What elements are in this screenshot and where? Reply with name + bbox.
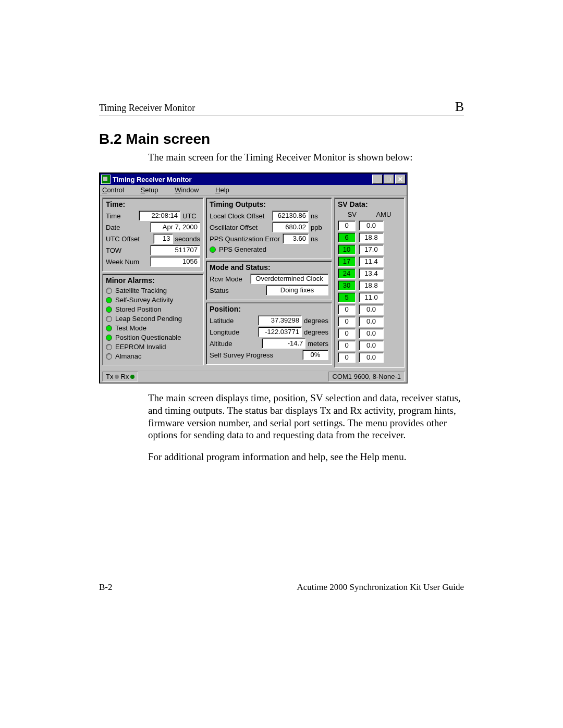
alarms-title: Minor Alarms: (106, 276, 200, 285)
led-icon (106, 306, 112, 313)
status-bar: Tx Rx COM1 9600, 8-None-1 (100, 370, 407, 382)
sv-panel: SV Data: SVAMU 00.0618.81017.01711.42413… (334, 198, 405, 368)
alarm-item: Test Mode (106, 324, 200, 332)
alarm-label: Self-Survey Activity (115, 296, 173, 304)
sv-amu: 11.4 (359, 256, 384, 267)
sv-number: 17 (338, 256, 356, 267)
sv-row: 618.8 (338, 232, 401, 243)
alarms-panel: Minor Alarms: Satellite TrackingSelf-Sur… (102, 274, 204, 365)
alarm-item: Position Questionable (106, 334, 200, 341)
sv-amu: 18.8 (359, 280, 384, 291)
pps-qerr: 3.60 (283, 233, 309, 244)
alarm-item: EEPROM Invalid (106, 343, 200, 351)
outputs-panel: Timing Outputs: Local Clock Offset62130.… (206, 198, 332, 258)
sv-amu: 0.0 (359, 328, 384, 339)
rcvr-mode: Overdetermined Clock (250, 274, 328, 284)
sv-number: 10 (338, 244, 356, 255)
rcvr-status: Doing fixes (266, 285, 328, 295)
app-window: Timing Receiver Monitor _ □ ✕ Control Se… (99, 172, 408, 384)
led-icon (106, 335, 112, 341)
local-clock-offset: 62130.86 (272, 211, 309, 221)
body-para-2: For additional program information and h… (148, 451, 464, 463)
sv-number: 0 (338, 328, 356, 339)
sv-number: 0 (338, 340, 356, 351)
position-title: Position: (210, 305, 328, 313)
alarm-label: Almanac (115, 352, 142, 360)
alarm-label: Satellite Tracking (115, 287, 167, 294)
sv-number: 0 (338, 316, 356, 327)
sv-row: 00.0 (338, 352, 401, 363)
sv-row: 00.0 (338, 340, 401, 351)
close-button[interactable]: ✕ (395, 175, 406, 184)
position-panel: Position: Latitude37.39298degrees Longit… (206, 302, 332, 365)
sv-number: 30 (338, 280, 356, 291)
time-value: 22:08:14 (139, 211, 180, 221)
sv-row: 00.0 (338, 304, 401, 315)
intro-text: The main screen for the Timing Receiver … (148, 152, 464, 163)
alarm-item: Almanac (106, 352, 200, 360)
sv-number: 0 (338, 304, 356, 315)
led-icon (106, 316, 112, 322)
sv-row: 00.0 (338, 220, 401, 231)
pps-generated-label: PPS Generated (219, 245, 266, 253)
header-left: Timing Receiver Monitor (99, 103, 195, 114)
footer-right: Acutime 2000 Synchronization Kit User Gu… (297, 582, 464, 593)
alarm-label: Stored Position (115, 305, 161, 313)
sv-title: SV Data: (338, 200, 401, 208)
sv-number: 5 (338, 292, 356, 303)
sv-row: 511.0 (338, 292, 401, 303)
latitude: 37.39298 (258, 315, 302, 326)
menu-help[interactable]: Help (215, 186, 237, 194)
running-header: Timing Receiver Monitor B (99, 99, 464, 116)
altitude: -14.7 (262, 338, 305, 349)
outputs-title: Timing Outputs: (210, 200, 328, 208)
sv-number: 0 (338, 220, 356, 231)
sv-row: 2413.4 (338, 268, 401, 279)
menu-control[interactable]: Control (102, 186, 131, 194)
sv-amu: 13.4 (359, 268, 384, 279)
alarm-item: Leap Second Pending (106, 315, 200, 323)
led-icon (106, 325, 112, 331)
app-icon[interactable] (101, 175, 111, 184)
alarm-item: Stored Position (106, 305, 200, 313)
alarm-item: Self-Survey Activity (106, 296, 200, 304)
led-icon (106, 297, 112, 303)
alarm-label: EEPROM Invalid (115, 343, 166, 351)
sv-amu: 0.0 (359, 340, 384, 351)
minimize-button[interactable]: _ (372, 175, 383, 184)
tow-value: 511707 (150, 245, 200, 255)
txrx-indicator: Tx Rx (102, 372, 138, 381)
section-title: B.2 Main screen (99, 131, 464, 147)
tx-led-icon (115, 375, 119, 379)
sv-number: 24 (338, 268, 356, 279)
rx-led-icon (130, 375, 134, 379)
led-icon (106, 288, 112, 294)
led-icon (106, 353, 112, 360)
menu-setup[interactable]: Setup (141, 186, 166, 194)
sv-row: 1017.0 (338, 244, 401, 255)
time-panel: Time: Time22:08:14UTC DateApr 7, 2000 UT… (102, 198, 204, 272)
title-bar[interactable]: Timing Receiver Monitor _ □ ✕ (100, 174, 407, 185)
menu-window[interactable]: Window (175, 186, 206, 194)
page-footer: B-2 Acutime 2000 Synchronization Kit Use… (99, 582, 464, 593)
led-icon (106, 344, 112, 350)
alarm-label: Position Questionable (115, 334, 181, 341)
sv-row: 3018.8 (338, 280, 401, 291)
maximize-button[interactable]: □ (384, 175, 394, 184)
menu-bar: Control Setup Window Help (100, 185, 407, 195)
mode-title: Mode and Status: (210, 263, 328, 272)
time-title: Time: (106, 200, 200, 208)
alarm-label: Leap Second Pending (115, 315, 182, 323)
sv-amu: 17.0 (359, 244, 384, 255)
sv-amu: 18.8 (359, 232, 384, 243)
pps-led-icon (210, 246, 216, 253)
sv-number: 0 (338, 352, 356, 363)
longitude: -122.03771 (258, 327, 302, 337)
window-title: Timing Receiver Monitor (113, 176, 191, 183)
alarm-item: Satellite Tracking (106, 287, 200, 294)
body-para-1: The main screen displays time, position,… (148, 392, 464, 441)
sv-number: 6 (338, 232, 356, 243)
port-settings: COM1 9600, 8-None-1 (328, 372, 405, 381)
utc-offset-value: 13 (153, 233, 173, 244)
mode-panel: Mode and Status: Rcvr ModeOverdetermined… (206, 261, 332, 300)
